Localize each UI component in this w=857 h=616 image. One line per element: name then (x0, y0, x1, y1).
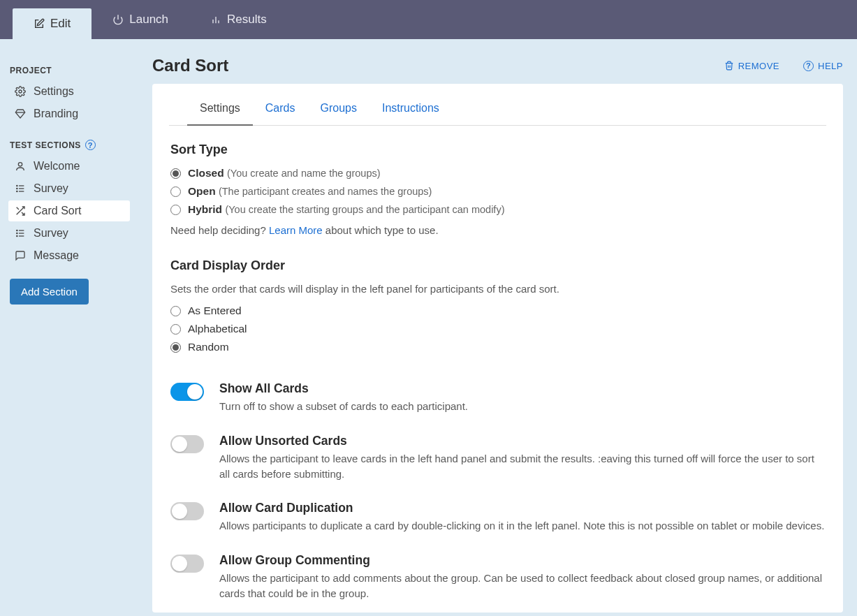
toggle-allow-group-commenting: Allow Group Commenting Allows the partic… (170, 539, 825, 607)
svg-line-14 (17, 207, 19, 210)
tab-results-label: Results (227, 13, 267, 27)
help-icon: ? (803, 61, 814, 71)
sidebar-item-survey-1[interactable]: Survey (8, 178, 130, 199)
svg-point-11 (17, 191, 17, 191)
toggle-show-all-cards: Show All Cards Turn off to show a subset… (170, 367, 825, 420)
radio-closed[interactable]: Closed (You create and name the groups) (170, 167, 825, 179)
radio-random-input[interactable] (170, 342, 181, 353)
sidebar-item-branding[interactable]: Branding (8, 103, 130, 124)
sidebar: PROJECT Settings Branding TEST SECTIONS … (0, 39, 138, 613)
radio-random[interactable]: Random (170, 341, 825, 353)
learn-more-link[interactable]: Learn More (269, 224, 323, 236)
display-order-title: Card Display Order (170, 258, 825, 273)
radio-alphabetical[interactable]: Alphabetical (170, 323, 825, 335)
inner-tab-groups[interactable]: Groups (308, 96, 369, 125)
radio-open[interactable]: Open (The participant creates and names … (170, 185, 825, 198)
toggle-allow-duplication: Allow Card Duplication Allows participan… (170, 487, 825, 539)
diamond-icon (14, 108, 27, 120)
toggle-desc: Allows the participant to add comments a… (219, 571, 825, 601)
radio-as-entered-input[interactable] (170, 306, 181, 316)
tab-edit[interactable]: Edit (13, 8, 91, 39)
sidebar-item-settings[interactable]: Settings (8, 81, 130, 102)
section-toggles: Show All Cards Turn off to show a subset… (152, 365, 843, 613)
toggle-title: Show All Cards (219, 381, 825, 396)
page-title: Card Sort (152, 56, 228, 75)
toggle-title: Allow Card Duplication (219, 501, 825, 515)
tab-launch-label: Launch (129, 13, 168, 27)
svg-point-4 (19, 90, 22, 93)
sidebar-item-label: Card Sort (34, 205, 81, 217)
bar-chart-icon (210, 14, 221, 25)
user-icon (14, 160, 27, 173)
shuffle-icon (14, 205, 27, 217)
edit-icon (34, 18, 45, 29)
radio-as-entered[interactable]: As Entered (170, 305, 825, 317)
toggle-allow-unsorted: Allow Unsorted Cards Allows the particip… (170, 420, 825, 487)
power-icon (112, 14, 124, 25)
sidebar-item-welcome[interactable]: Welcome (8, 156, 130, 177)
sidebar-item-card-sort[interactable]: Card Sort (8, 200, 130, 221)
svg-point-20 (17, 235, 17, 236)
inner-tabs: Settings Cards Groups Instructions (169, 84, 826, 126)
sidebar-header-sections: TEST SECTIONS ? (10, 140, 130, 150)
radio-hybrid-input[interactable] (170, 205, 181, 215)
trash-icon (724, 61, 734, 71)
sidebar-item-label: Survey (34, 182, 68, 195)
toggle-desc: Allows participants to duplicate a card … (219, 518, 825, 534)
svg-point-19 (17, 233, 17, 233)
toggle-desc: Turn off to show a subset of cards to ea… (219, 399, 825, 414)
toggle-show-all-cards-switch[interactable] (170, 383, 204, 401)
sidebar-item-label: Survey (34, 227, 68, 240)
svg-point-5 (18, 163, 22, 166)
add-section-button[interactable]: Add Section (10, 279, 89, 305)
svg-point-9 (17, 185, 17, 186)
sort-type-help: Need help deciding? Learn More about whi… (170, 224, 825, 236)
remove-label: REMOVE (738, 61, 779, 71)
header-actions: REMOVE ? HELP (724, 61, 843, 71)
toggle-allow-group-commenting-switch[interactable] (170, 555, 204, 573)
section-display-order: Card Display Order Sets the order that c… (152, 242, 843, 365)
settings-card: Settings Cards Groups Instructions Sort … (152, 84, 843, 613)
topbar: Edit Launch Results (0, 0, 857, 39)
sort-type-title: Sort Type (170, 142, 825, 157)
toggle-desc: Allows the participant to leave cards in… (219, 451, 825, 482)
list-icon (14, 182, 27, 195)
sidebar-item-label: Message (34, 249, 79, 262)
page-header: Card Sort REMOVE ? HELP (152, 56, 843, 75)
sidebar-item-survey-2[interactable]: Survey (8, 223, 130, 244)
radio-open-input[interactable] (170, 186, 181, 197)
help-button[interactable]: ? HELP (803, 61, 843, 71)
section-sort-type: Sort Type Closed (You create and name th… (152, 126, 843, 242)
gear-icon (14, 85, 27, 98)
sidebar-item-label: Branding (34, 108, 78, 120)
help-label: HELP (818, 61, 843, 71)
sidebar-item-message[interactable]: Message (8, 245, 130, 266)
remove-button[interactable]: REMOVE (724, 61, 779, 71)
help-icon[interactable]: ? (85, 140, 96, 150)
list-icon (14, 227, 27, 240)
toggle-allow-unsorted-switch[interactable] (170, 435, 204, 453)
radio-closed-input[interactable] (170, 168, 181, 179)
radio-hybrid[interactable]: Hybrid (You create the starting groups a… (170, 203, 825, 216)
toggle-allow-duplication-switch[interactable] (170, 502, 204, 520)
message-icon (14, 249, 27, 262)
svg-point-10 (17, 188, 17, 189)
toggle-title: Allow Unsorted Cards (219, 434, 825, 448)
sidebar-item-label: Welcome (34, 160, 80, 173)
inner-tab-cards[interactable]: Cards (253, 96, 308, 125)
svg-point-18 (17, 230, 17, 230)
inner-tab-settings[interactable]: Settings (187, 96, 253, 126)
sidebar-header-project: PROJECT (10, 66, 130, 75)
toggle-title: Allow Group Commenting (219, 553, 825, 568)
sidebar-item-label: Settings (34, 85, 74, 98)
main: Card Sort REMOVE ? HELP Settings Cards G… (138, 39, 857, 613)
radio-alphabetical-input[interactable] (170, 324, 181, 335)
tab-launch[interactable]: Launch (91, 0, 189, 39)
tab-edit-label: Edit (50, 17, 71, 31)
display-order-desc: Sets the order that cards will display i… (170, 283, 825, 295)
inner-tab-instructions[interactable]: Instructions (369, 96, 452, 125)
tab-results[interactable]: Results (189, 0, 288, 39)
